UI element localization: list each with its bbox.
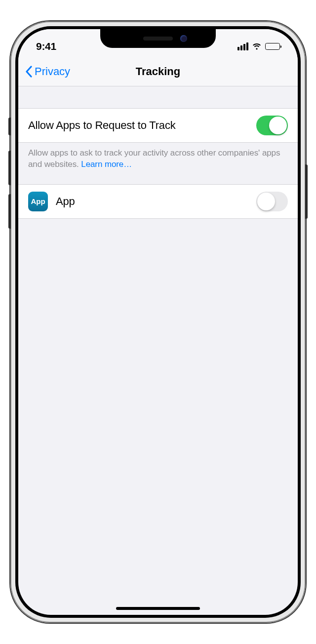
back-button[interactable]: Privacy [25,65,70,78]
app-icon: App [28,192,48,211]
page-title: Tracking [136,65,180,78]
allow-tracking-label: Allow Apps to Request to Track [28,119,176,132]
battery-icon [265,43,280,50]
status-time: 9:41 [36,40,56,52]
wifi-icon [252,43,262,50]
learn-more-link[interactable]: Learn more… [81,160,132,169]
cellular-signal-icon [237,42,248,50]
app-tracking-toggle[interactable] [256,192,288,211]
section-footer: Allow apps to ask to track your activity… [18,143,298,184]
notch [100,29,216,48]
volume-down-button [8,194,11,229]
power-button [305,164,308,219]
chevron-left-icon [25,66,33,78]
speaker-grille [143,37,173,40]
app-row: App App [18,184,298,219]
status-indicators [237,42,280,50]
screen: 9:41 Privacy [18,29,298,615]
silence-switch [8,118,11,135]
volume-up-button [8,151,11,185]
nav-bar: Privacy Tracking [18,57,298,86]
footer-text: Allow apps to ask to track your activity… [28,148,280,169]
app-name: App [56,195,75,208]
back-label: Privacy [35,65,70,78]
content: Allow Apps to Request to Track Allow app… [18,86,298,219]
phone-frame: 9:41 Privacy [10,21,306,623]
front-camera [180,35,187,42]
allow-tracking-toggle[interactable] [256,116,288,135]
allow-tracking-row: Allow Apps to Request to Track [18,108,298,143]
home-indicator[interactable] [116,607,200,610]
